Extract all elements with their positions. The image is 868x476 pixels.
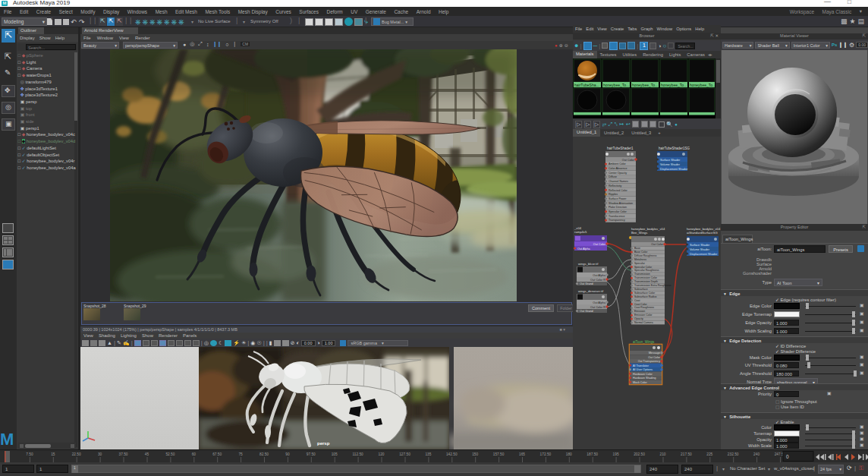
- svg-text:Diffuse Roughness: Diffuse Roughness: [634, 254, 657, 257]
- svg-text:Diffuse: Diffuse: [609, 175, 617, 178]
- svg-text:Coat Roughness: Coat Roughness: [634, 306, 654, 309]
- svg-text:82.50: 82.50: [259, 452, 269, 456]
- svg-text:112.50: 112.50: [352, 452, 363, 456]
- svg-text:90: 90: [285, 452, 290, 456]
- svg-text:52.50: 52.50: [165, 452, 175, 456]
- svg-text:97.50: 97.50: [307, 452, 316, 456]
- svg-text:honeybee_To...: honeybee_To...: [632, 83, 658, 87]
- svg-text:37.50: 37.50: [118, 452, 127, 456]
- svg-text:172.50: 172.50: [540, 452, 552, 456]
- svg-text:ramp4x5: ramp4x5: [574, 230, 587, 234]
- svg-text:150: 150: [472, 452, 478, 456]
- svg-text:Transmission: Transmission: [634, 273, 650, 276]
- svg-text:Subsurface Radius: Subsurface Radius: [634, 295, 657, 298]
- svg-text:Reflected Color: Reflected Color: [609, 189, 628, 192]
- svg-text:Coat: Coat: [634, 299, 640, 302]
- svg-text:67.50: 67.50: [212, 452, 222, 456]
- svg-text:Opacity: Opacity: [634, 317, 643, 320]
- svg-text:217.50: 217.50: [681, 452, 692, 456]
- svg-text:Mask Color: Mask Color: [633, 381, 647, 384]
- svg-text:Out Transparency: Out Transparency: [638, 360, 660, 363]
- svg-text:AI User Options: AI User Options: [633, 368, 653, 371]
- svg-text:wings_denoiser.tif: wings_denoiser.tif: [578, 289, 604, 293]
- svg-text:30: 30: [98, 452, 102, 456]
- svg-text:Out Color: Out Color: [593, 243, 606, 246]
- svg-text:Out Color: Out Color: [648, 356, 661, 359]
- svg-text:187.50: 187.50: [587, 452, 598, 456]
- svg-text:45: 45: [145, 452, 149, 456]
- svg-text:Specular Color: Specular Color: [609, 210, 627, 213]
- svg-text:Flake Direction: Flake Direction: [609, 206, 627, 209]
- svg-text:Ambient Color: Ambient Color: [609, 162, 627, 165]
- svg-text:Specular: Specular: [634, 262, 646, 265]
- svg-text:210: 210: [659, 452, 665, 456]
- svg-text:7.50: 7.50: [26, 452, 33, 456]
- svg-text:Out Alpha: Out Alpha: [577, 247, 591, 251]
- svg-text:persp: persp: [317, 441, 330, 446]
- svg-text:195: 195: [613, 452, 619, 456]
- svg-text:Out Color: Out Color: [622, 159, 635, 162]
- svg-text:157.50: 157.50: [493, 452, 505, 456]
- svg-text:Volume Shader: Volume Shader: [690, 248, 710, 251]
- svg-text:Out Color R: Out Color R: [590, 279, 605, 282]
- svg-text:Reflectivity: Reflectivity: [609, 184, 622, 188]
- svg-text:180: 180: [566, 452, 572, 456]
- svg-text:Base Color: Base Color: [634, 251, 648, 254]
- svg-text:22.50: 22.50: [72, 452, 81, 456]
- svg-text:225: 225: [706, 452, 712, 456]
- svg-text:Hardware Shading: Hardware Shading: [633, 377, 656, 380]
- svg-text:Transmission Extra Roughness: Transmission Extra Roughness: [634, 284, 671, 287]
- svg-text:240: 240: [753, 452, 760, 456]
- svg-text:Out Alpha: Out Alpha: [593, 301, 606, 304]
- svg-text:127.50: 127.50: [399, 452, 410, 456]
- svg-text:Bee_Wings: Bee_Wings: [631, 231, 647, 235]
- svg-text:Ripples: Ripples: [609, 193, 618, 196]
- svg-text:Out Alpha: Out Alpha: [593, 274, 606, 277]
- svg-text:Shadow Attenuation: Shadow Attenuation: [609, 202, 633, 205]
- svg-text:Channel Names: Channel Names: [609, 180, 628, 183]
- svg-text:hairTubeShader1SG: hairTubeShader1SG: [659, 147, 690, 150]
- svg-text:Out Color: Out Color: [651, 243, 664, 246]
- svg-text:165: 165: [519, 452, 525, 456]
- svg-text:105: 105: [332, 452, 338, 456]
- svg-text:Color Absornce: Color Absornce: [609, 167, 627, 170]
- svg-text:Coat Color: Coat Color: [634, 303, 648, 306]
- svg-text:Transmission Color: Transmission Color: [634, 276, 658, 279]
- svg-text:Subsurface Color: Subsurface Color: [634, 292, 656, 295]
- svg-text:Specular Color: Specular Color: [634, 266, 653, 269]
- svg-text:60: 60: [192, 452, 197, 456]
- svg-text:0: 0: [786, 454, 789, 459]
- svg-text:135: 135: [425, 452, 431, 456]
- svg-text:Surface Power: Surface Power: [609, 197, 627, 200]
- svg-text:232.50: 232.50: [728, 452, 739, 456]
- svg-text:Out Grand: Out Grand: [580, 310, 593, 313]
- svg-text:AI Translator: AI Translator: [633, 364, 649, 367]
- svg-text:Base: Base: [634, 247, 640, 250]
- svg-text:75: 75: [238, 452, 243, 456]
- svg-text:Specular Roughness: Specular Roughness: [634, 269, 659, 272]
- svg-text:aiToon_Wings: aiToon_Wings: [633, 340, 655, 344]
- svg-text:120: 120: [378, 452, 384, 456]
- svg-text:Displacement Shader: Displacement Shader: [690, 253, 718, 256]
- svg-text:Center Opacity: Center Opacity: [609, 172, 627, 175]
- svg-text:aiStandardSurfaceSG: aiStandardSurfaceSG: [687, 231, 718, 235]
- svg-text:honeybee_To...: honeybee_To...: [603, 83, 629, 87]
- svg-text:Normal Camera: Normal Camera: [634, 321, 653, 324]
- svg-text:142.50: 142.50: [446, 452, 458, 456]
- svg-text:Out Grand: Out Grand: [580, 282, 593, 285]
- svg-text:15: 15: [51, 452, 55, 456]
- svg-text:Out Color R: Out Color R: [590, 306, 605, 309]
- svg-text:hairTubeSha...: hairTubeSha...: [574, 83, 599, 87]
- svg-text:Displacement Shader: Displacement Shader: [660, 168, 688, 171]
- svg-text:Subsurface: Subsurface: [634, 288, 648, 291]
- svg-text:Translucence: Translucence: [609, 215, 624, 218]
- svg-text:Volume Shader: Volume Shader: [660, 163, 681, 166]
- svg-text:Transparency: Transparency: [609, 219, 625, 222]
- svg-text:Message: Message: [649, 351, 660, 355]
- svg-text:Surface Shader: Surface Shader: [690, 244, 710, 247]
- svg-text:honeybee_To...: honeybee_To...: [661, 83, 687, 87]
- svg-text:Emission Color: Emission Color: [634, 314, 653, 317]
- svg-text:202.50: 202.50: [634, 452, 645, 456]
- svg-text:Surface Shader: Surface Shader: [660, 159, 681, 162]
- svg-text:Metalness: Metalness: [634, 258, 646, 261]
